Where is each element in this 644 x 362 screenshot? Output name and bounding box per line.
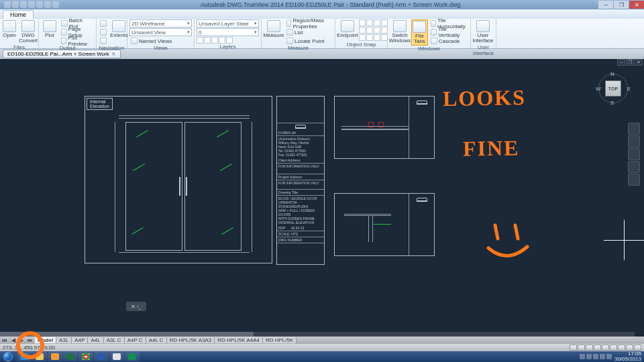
nav-btn[interactable]	[99, 37, 108, 45]
file-tabs-button[interactable]: File Tabs	[411, 19, 428, 46]
taskbar-item-app[interactable]	[109, 352, 124, 361]
layout-tab[interactable]: RD HPL/5K A3A3	[167, 337, 215, 343]
ribbon: Open DWG Convert Files Plot Batch Plot P…	[0, 19, 644, 49]
layer-state-dropdown[interactable]: Unsaved Layer State	[197, 19, 259, 27]
tray-icon[interactable]	[586, 354, 592, 359]
extents-button[interactable]: Extents	[109, 19, 129, 39]
tile-v-button[interactable]: Tile Vertically	[429, 28, 468, 36]
status-toggle[interactable]	[570, 345, 577, 351]
viewcube-west[interactable]: W	[596, 86, 601, 92]
close-icon[interactable]: ✕	[111, 51, 116, 57]
layout-tab[interactable]: A3L C	[104, 337, 125, 343]
command-line[interactable]: ✕ ›_	[126, 302, 146, 311]
layer-dropdown[interactable]: 0	[197, 28, 259, 36]
layout-nav-first[interactable]: ⏮	[0, 337, 9, 343]
viewcube-east[interactable]: E	[627, 86, 631, 92]
status-toggle[interactable]	[618, 345, 625, 351]
nav-wheel-button[interactable]	[628, 123, 640, 135]
qat-icon[interactable]	[36, 1, 43, 8]
logo-icon	[295, 125, 306, 129]
list-button[interactable]: List	[285, 28, 333, 36]
nav-zoom-button[interactable]	[628, 148, 640, 160]
layout-tab[interactable]: A4P	[72, 337, 88, 343]
open-button[interactable]: Open	[2, 19, 17, 39]
nav-showmotion-button[interactable]	[628, 174, 640, 186]
drawing-viewport-2	[334, 96, 435, 159]
nav-btn[interactable]	[99, 19, 108, 27]
qat-icon[interactable]	[44, 1, 51, 8]
minimize-button[interactable]: ─	[598, 1, 613, 9]
plot-button[interactable]: Plot	[41, 19, 58, 39]
horizontal-scrollbar[interactable]	[0, 332, 635, 337]
measure-button[interactable]: Measure	[264, 19, 284, 39]
tray-icon[interactable]	[606, 354, 612, 359]
close-icon[interactable]: ✕	[131, 304, 136, 310]
mdi-restore[interactable]: ❐	[626, 59, 634, 66]
taskbar-item-trueview[interactable]	[125, 352, 140, 361]
crosshair	[624, 220, 625, 260]
convert-icon	[21, 20, 35, 32]
status-toggle[interactable]	[634, 345, 641, 351]
qat-icon[interactable]	[52, 1, 59, 8]
layout-tab[interactable]: RD HPL/5K A4A4	[215, 337, 263, 343]
view-dropdown[interactable]: Unsaved View	[129, 28, 192, 36]
mdi-minimize[interactable]: ─	[617, 59, 625, 66]
system-tray: 17:0530/05/2013	[580, 351, 644, 362]
file-tab[interactable]: ED100-ED250LE Pai...Arm + Screen Work ✕	[3, 50, 121, 58]
tab-home[interactable]: Home	[3, 10, 34, 19]
taskbar-item-chrome[interactable]	[78, 352, 93, 361]
tray-icon[interactable]	[593, 354, 598, 359]
mdi-controls: ─ ❐ ✕	[617, 59, 643, 66]
taskbar-item-word[interactable]	[94, 352, 109, 361]
status-toggle[interactable]	[578, 345, 585, 351]
status-toggle[interactable]	[610, 345, 617, 351]
qat-icon[interactable]	[28, 1, 35, 8]
viewcube-north[interactable]: N	[610, 71, 614, 77]
viewcube-face[interactable]: TOP	[605, 80, 621, 97]
dwg-convert-button[interactable]: DWG Convert	[18, 19, 38, 44]
status-toggle[interactable]	[586, 345, 593, 351]
maximize-button[interactable]: ❐	[614, 1, 629, 9]
region-button[interactable]: Region/Mass Properties	[285, 19, 333, 27]
taskbar-item-excel[interactable]	[63, 352, 78, 361]
layout-tab[interactable]: RD HPL/5K	[263, 337, 297, 343]
qat-icon[interactable]	[4, 1, 11, 8]
drawing-viewport-main: Internal Elevation	[85, 96, 272, 263]
ui-button[interactable]: User Interface	[473, 19, 493, 44]
clock[interactable]: 17:0530/05/2013	[614, 351, 641, 362]
cascade-button[interactable]: Cascade	[429, 37, 468, 45]
named-views-button[interactable]: Named Views	[129, 37, 192, 45]
nav-btn[interactable]	[99, 28, 108, 36]
tray-icon[interactable]	[580, 354, 585, 359]
layout-tab[interactable]: A4L C	[146, 337, 167, 343]
locate-point-button[interactable]: Locate Point	[285, 37, 333, 45]
panel-label-ui: User Interface	[473, 44, 494, 57]
close-button[interactable]: ✕	[629, 1, 644, 9]
viewcube-south[interactable]: S	[610, 100, 614, 106]
status-toggle[interactable]	[626, 345, 633, 351]
nav-orbit-button[interactable]	[628, 161, 640, 173]
switch-windows-button[interactable]: Switch Windows	[390, 19, 410, 44]
start-button[interactable]	[0, 351, 16, 362]
qat-icon[interactable]	[12, 1, 19, 8]
layout-tab[interactable]: A4L	[88, 337, 103, 343]
status-toggle[interactable]	[594, 345, 601, 351]
taskbar-item-outlook[interactable]	[48, 352, 62, 361]
status-toggle[interactable]	[602, 345, 609, 351]
tray-icon[interactable]	[600, 354, 605, 359]
layout-tab[interactable]: A3L	[56, 337, 72, 343]
status-toggles	[570, 345, 641, 351]
mdi-close[interactable]: ✕	[635, 59, 643, 66]
qat-icon[interactable]	[20, 1, 27, 8]
nav-pan-button[interactable]	[628, 135, 640, 147]
plot-icon	[43, 20, 56, 32]
endpoint-button[interactable]: Endpoint	[337, 19, 358, 39]
quick-access-toolbar	[0, 1, 63, 8]
layout-tab[interactable]: A4P C	[125, 337, 146, 343]
plot-preview-button[interactable]: Plot Preview	[60, 37, 94, 45]
panel-label-views: Views	[129, 45, 192, 52]
layer-tools	[197, 37, 259, 44]
drawing-canvas[interactable]: ─ ❐ ✕ Internal Elevation DORMA UK (Autom…	[0, 59, 644, 337]
visual-style-dropdown[interactable]: 2D Wireframe	[129, 19, 192, 27]
viewcube[interactable]: TOP N S E W	[596, 71, 631, 106]
